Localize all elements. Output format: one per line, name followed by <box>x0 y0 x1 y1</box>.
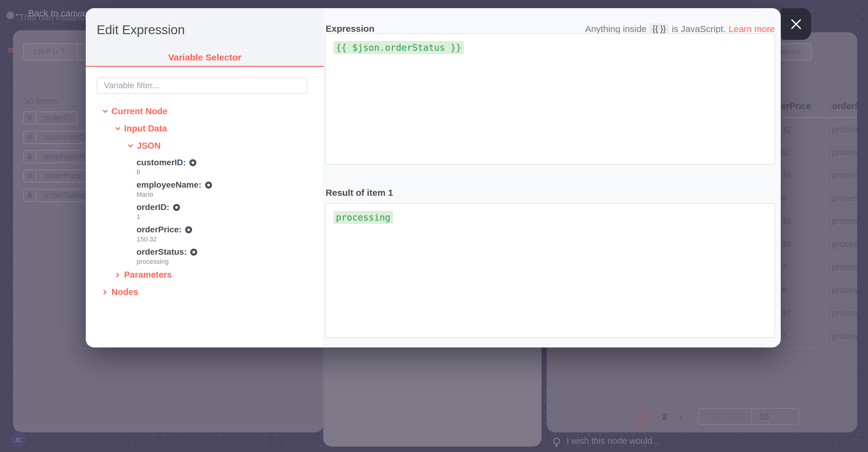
tree-branch-nodes[interactable]: Nodes <box>86 287 324 297</box>
column-header-orderstatus: orderStatus <box>832 95 857 118</box>
chevron-down-icon <box>115 125 121 130</box>
key-icon <box>7 47 13 53</box>
page-size-value: 10 <box>752 412 785 421</box>
tree-branch-label: Parameters <box>124 270 172 280</box>
schema-row-orderPrice[interactable]: #orderPrice <box>23 170 88 182</box>
cell-order-price: 7 <box>782 325 786 348</box>
info-icon: i <box>6 11 14 19</box>
tree-leaf-value: processing <box>136 258 324 266</box>
result-label: Result of item 1 <box>326 188 393 198</box>
tree-leaf-orderPrice: orderPrice:150.32 <box>86 225 324 243</box>
expression-editor[interactable]: {{ $json.orderStatus }} <box>325 33 775 165</box>
schema-row-orderStatus[interactable]: AorderStatus <box>23 189 92 202</box>
cell-order-status: processing <box>832 255 857 278</box>
tree-leaf-orderStatus: orderStatus:processing <box>86 247 324 266</box>
cell-order-status: processing <box>832 164 857 187</box>
tree-leaf-key-row[interactable]: orderPrice: <box>136 225 324 235</box>
page-button-2[interactable]: 2 <box>660 412 670 421</box>
tree-branch-json[interactable]: JSON <box>86 141 324 151</box>
next-page-button[interactable]: › <box>680 411 683 422</box>
learn-more-link[interactable]: Learn more <box>729 24 775 34</box>
tree-branch-label: Input Data <box>124 124 167 133</box>
column-divider <box>826 118 826 141</box>
tree-leaf-key-row[interactable]: orderStatus: <box>136 247 324 257</box>
tab-variable-selector[interactable]: Variable Selector <box>86 52 324 63</box>
page-size-select[interactable]: Page Size 10 <box>698 408 799 425</box>
schema-row-orderID[interactable]: #orderID1 <box>23 112 89 124</box>
insert-variable-icon[interactable] <box>185 226 192 233</box>
number-type-icon: # <box>23 131 36 144</box>
expression-label: Expression <box>326 24 374 34</box>
tab-underline <box>86 66 324 67</box>
n8n-expression-editor-screen: i This n8n instance is ← Back to canvas … <box>0 0 868 452</box>
pagination: ‹ 12 › Page Size 10 <box>619 408 799 425</box>
insert-variable-icon[interactable] <box>173 204 180 211</box>
tree-branch-label: JSON <box>137 141 161 151</box>
tree-leaf-key: customerID: <box>136 158 186 168</box>
hint-suffix: is JavaScript. <box>672 24 725 34</box>
variable-tree: Current NodeInput DataJSONcustomerID:8em… <box>86 106 324 304</box>
column-divider <box>826 187 826 209</box>
tree-leaf-key: orderStatus: <box>136 247 187 257</box>
schema-field-name: orderPrice <box>39 170 88 182</box>
tree-leaf-value: 8 <box>136 168 324 176</box>
insert-variable-icon[interactable] <box>205 182 212 188</box>
cell-order-price: 02 <box>782 141 791 164</box>
column-divider <box>826 210 826 232</box>
insert-variable-icon[interactable] <box>190 249 197 255</box>
tree-leaf-key-row[interactable]: orderID: <box>136 203 324 212</box>
items-count: 30 items <box>23 96 57 107</box>
wish-input[interactable]: I wish this node would... <box>553 436 660 446</box>
chevron-right-icon <box>114 273 119 278</box>
string-type-icon: A <box>23 150 36 163</box>
cell-order-price: 6 <box>782 187 786 210</box>
chevron-down-icon <box>128 142 133 147</box>
insert-variable-icon[interactable] <box>189 159 196 166</box>
chevron-down-icon <box>784 413 791 419</box>
string-type-icon: A <box>23 189 36 202</box>
prev-page-button[interactable]: ‹ <box>619 411 622 422</box>
tree-leaf-key-row[interactable]: customerID: <box>136 158 324 168</box>
result-value: processing <box>334 211 393 224</box>
cell-order-status: processing <box>832 118 857 141</box>
page-button-1[interactable]: 1 <box>633 409 650 424</box>
tree-branch-parameters[interactable]: Parameters <box>86 270 324 280</box>
tree-branch-current-node[interactable]: Current Node <box>86 106 324 116</box>
number-type-icon: # <box>23 112 36 124</box>
tree-leaf-value: Mario <box>136 191 324 199</box>
page-number-list: 12 <box>633 409 670 424</box>
chevron-down-icon <box>103 108 108 113</box>
schema-field-name: customerID <box>39 131 92 144</box>
column-divider <box>826 95 826 117</box>
schema-row-customerID[interactable]: #customerID <box>23 131 92 144</box>
variable-selector-panel: Edit Expression Variable Selector Curren… <box>86 8 324 348</box>
javascript-hint: Anything inside {{ }} is JavaScript. Lea… <box>585 24 775 34</box>
result-viewer: processing <box>325 203 775 338</box>
edit-expression-modal: Edit Expression Variable Selector Curren… <box>86 8 781 348</box>
column-divider <box>826 164 826 186</box>
close-button[interactable] <box>781 8 811 40</box>
variable-filter-input[interactable] <box>97 77 307 94</box>
page-size-label: Page Size <box>699 408 752 425</box>
schema-field-name: orderStatus <box>39 189 92 202</box>
cell-order-status: processing <box>832 210 857 233</box>
back-to-canvas-link[interactable]: ← Back to canvas <box>13 7 89 19</box>
tree-leaf-value: 150.32 <box>136 235 324 243</box>
tree-branch-input-data[interactable]: Input Data <box>86 123 324 133</box>
back-to-canvas-label: Back to canvas <box>28 8 89 19</box>
tree-leaf-key: orderID: <box>136 203 169 212</box>
column-divider <box>826 278 826 301</box>
cell-order-price: 99 <box>782 233 791 255</box>
schema-field-name: orderID <box>39 112 77 124</box>
avatar[interactable]: JC <box>10 431 27 448</box>
cell-order-status: processing <box>832 278 857 302</box>
tree-leaf-orderID: orderID:1 <box>86 203 324 221</box>
cell-order-price: 8 <box>782 278 786 302</box>
modal-header: Edit Expression Variable Selector <box>86 8 324 66</box>
tree-leaf-employeeName: employeeName:Mario <box>86 180 324 199</box>
cell-order-price: 48 <box>782 210 791 233</box>
hint-prefix: Anything inside <box>585 24 646 34</box>
tree-leaf-key-row[interactable]: employeeName: <box>136 180 324 190</box>
tab-input[interactable]: INPUT <box>24 44 78 60</box>
tree-leaf-customerID: customerID:8 <box>86 158 324 176</box>
